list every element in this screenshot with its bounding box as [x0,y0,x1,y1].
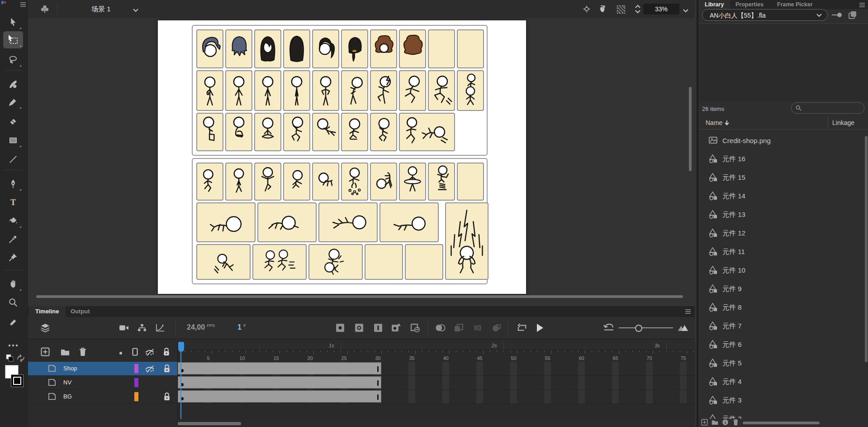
layer-row-BG[interactable]: BG [28,390,177,404]
sprite-cell-lie-back[interactable] [318,202,378,242]
toolbar-menu-icon[interactable] [20,2,26,9]
sprite-cell-hair-blue-back[interactable] [225,29,252,68]
frame-span-Shop[interactable] [178,362,381,374]
zoom-stepper[interactable] [634,4,641,14]
sprite-cell-sit-recline[interactable] [312,113,339,151]
sprite-cell-leap[interactable] [399,70,426,111]
layer-row-NV[interactable]: NV [28,376,177,390]
hide-all-toggle[interactable] [145,348,155,358]
sprite-cell-hair-black-long[interactable] [254,29,281,68]
reset-timeline-zoom-icon[interactable] [603,322,614,333]
layer-row-Shop[interactable]: Shop [28,362,177,376]
tab-frame-picker[interactable]: Frame Picker [771,0,819,9]
new-folder-button[interactable] [711,419,718,427]
delete-layer-button[interactable] [79,347,87,358]
sprite-cell-empty[interactable] [457,163,484,201]
zoom-tool[interactable] [3,294,23,311]
fps-value[interactable]: 24,00 FPS [187,323,215,331]
free-transform-tool[interactable] [3,31,23,48]
stage-canvas[interactable] [158,20,526,294]
library-item[interactable]: 元件 7 [698,317,868,336]
sprite-cell-crouch-fist[interactable] [283,113,310,151]
canvas-vertical-scrollbar[interactable] [689,87,692,171]
frame-row-Shop[interactable] [178,362,695,376]
layer-parenting-icon[interactable] [137,322,147,333]
default-colors-icon[interactable] [5,354,14,364]
canvas-pasteboard[interactable] [28,18,695,306]
library-vertical-scrollbar[interactable] [865,136,868,362]
tab-properties[interactable]: Properties [729,0,770,9]
timeline-horizontal-scrollbar[interactable] [177,420,695,427]
sprite-cell-crawl-play[interactable] [312,163,339,201]
clip-content-icon[interactable] [617,5,625,14]
new-library-panel-icon[interactable] [848,10,858,21]
eyedropper-tool[interactable] [3,230,23,248]
sprite-cell-bow-down[interactable] [370,163,397,201]
sprite-cell-empty[interactable] [428,29,455,68]
library-item[interactable]: 元件 16 [698,150,868,168]
remove-frame-icon[interactable] [410,322,421,333]
layer-lock-icon[interactable] [163,365,171,374]
sprite-cell-struggle-pair[interactable] [308,244,363,280]
layer-lock-icon[interactable] [163,393,171,403]
more-tools[interactable] [3,337,23,354]
layer-color-swatch[interactable] [134,378,138,387]
sprite-cell-run[interactable] [428,70,455,111]
pin-library-icon[interactable] [831,12,843,19]
sprite-cell-sit-cross-legged[interactable] [254,113,281,151]
sprite-cell-stand-front[interactable] [225,70,252,111]
library-item[interactable]: 元件 2 [698,410,868,419]
tab-library[interactable]: Library [698,0,730,9]
timeline-zoom-fit-icon[interactable] [678,322,688,333]
sprite-cell-stand-back[interactable] [283,70,310,111]
insert-frame-icon[interactable] [373,322,384,333]
layer-hidden-icon[interactable] [145,365,155,374]
sprite-cell-crawl-prone[interactable] [379,202,439,242]
sprite-cell-fall-back[interactable] [196,244,251,280]
timeline-menu-icon[interactable] [685,309,691,316]
selection-tool[interactable] [3,14,23,31]
insert-keyframe-icon[interactable] [335,322,346,333]
column-linkage[interactable]: Linkage [832,119,854,126]
sprite-cell-sit-hug-knees[interactable] [225,113,252,151]
current-frame-indicator[interactable]: 1 F [237,323,246,331]
column-name[interactable]: Name [706,119,730,126]
library-item[interactable]: 元件 14 [698,187,868,206]
sprite-cell-crouch-jump[interactable] [283,163,310,201]
library-item[interactable]: 元件 3 [698,391,868,410]
outline-all-toggle[interactable] [119,350,123,357]
eraser-tool[interactable] [3,113,23,130]
library-search-input[interactable] [791,102,864,114]
sprite-cell-hair-curly-back[interactable] [399,29,426,68]
sprite-cell-melt-drips[interactable] [341,163,368,201]
sprite-cell-empty[interactable] [405,244,443,280]
library-item[interactable]: 元件 9 [698,280,868,298]
item-properties-button[interactable] [722,419,729,427]
zoom-level-input[interactable]: 33% [643,4,679,14]
tab-timeline[interactable]: Timeline [29,306,66,317]
library-item[interactable]: 元件 15 [698,168,868,187]
sprite-cell-stacked-pair[interactable] [457,70,484,111]
library-horizontal-scrollbar[interactable] [743,422,820,424]
onion-skin-icon[interactable] [435,322,446,333]
scene-name-label[interactable]: 场景 1 [91,5,111,14]
delete-item-button[interactable] [732,419,739,427]
asset-warp-tool[interactable] [3,249,23,266]
frame-row-NV[interactable] [178,376,695,390]
scene-chevron-down-icon[interactable] [133,7,138,14]
library-item[interactable]: 元件 6 [698,336,868,354]
sprite-cell-stand-relax[interactable] [254,70,281,111]
library-item[interactable]: 元件 5 [698,354,868,373]
sprite-cell-hair-ponytail-side[interactable] [312,29,339,68]
center-stage-icon[interactable] [583,5,591,14]
sprite-sheet-poses-2[interactable] [192,158,488,284]
sprite-cell-crouch[interactable] [341,113,368,151]
sprite-cell-fire-panic[interactable] [445,202,489,280]
sprite-cell-sit-chair[interactable] [196,113,223,151]
tab-output[interactable]: Output [64,306,96,317]
sprite-cell-empty[interactable] [457,29,484,68]
sprite-cell-hair-blue-side[interactable] [196,29,223,68]
classic-brush-tool[interactable] [3,93,23,110]
loop-playback-icon[interactable] [517,322,527,333]
layer-name[interactable]: NV [63,379,71,386]
